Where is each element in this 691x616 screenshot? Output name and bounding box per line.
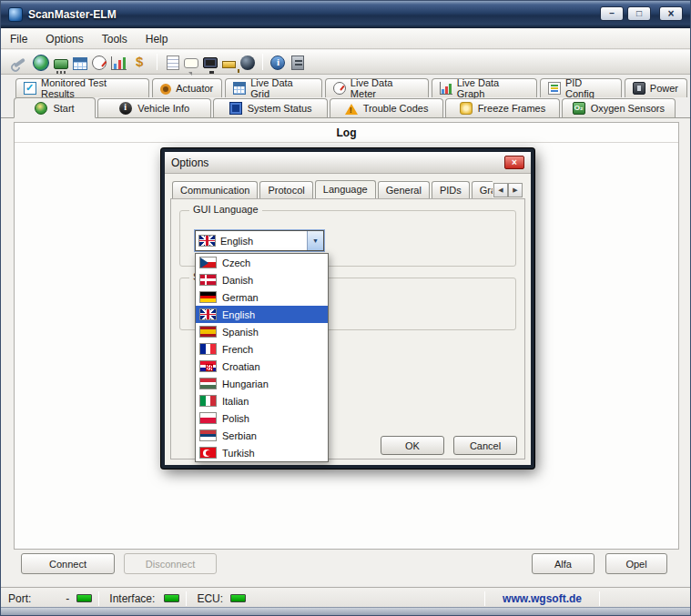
- tab-label: Start: [53, 103, 74, 114]
- pid-config-icon: [548, 82, 561, 95]
- notes-icon[interactable]: [167, 56, 179, 70]
- info-icon[interactable]: [270, 56, 285, 70]
- option-label: Polish: [222, 413, 249, 424]
- combobox-dropdown-button[interactable]: [307, 231, 323, 250]
- website-link[interactable]: www.wgsoft.de: [492, 592, 593, 605]
- flag-croatian-icon: [199, 360, 217, 372]
- tab-power[interactable]: Power: [625, 78, 687, 97]
- currency-icon[interactable]: [131, 53, 149, 71]
- flag-polish-icon: [199, 412, 217, 424]
- opel-button[interactable]: Opel: [605, 553, 667, 574]
- language-option-english-selected[interactable]: English: [196, 306, 328, 323]
- tab-protocol[interactable]: Protocol: [259, 181, 312, 198]
- close-button[interactable]: [659, 6, 683, 21]
- menu-help[interactable]: Help: [137, 30, 178, 48]
- language-option-croatian[interactable]: Croatian: [196, 358, 328, 375]
- interface-led-indicator: [164, 594, 179, 602]
- language-option-czech[interactable]: Czech: [196, 254, 328, 271]
- tab-actuator[interactable]: Actuator: [152, 78, 222, 97]
- option-label: Turkish: [222, 448, 255, 459]
- tab-start[interactable]: Start: [14, 97, 96, 118]
- cancel-button[interactable]: Cancel: [453, 436, 517, 455]
- menu-bar: File Options Tools Help: [1, 29, 690, 49]
- title-bar: ScanMaster-ELM: [1, 1, 690, 28]
- tab-scroll-buttons: [493, 183, 523, 197]
- alfa-button[interactable]: Alfa: [532, 553, 594, 574]
- tab-graph[interactable]: Graph: [472, 181, 493, 198]
- language-option-hungarian[interactable]: Hungarian: [196, 375, 328, 392]
- data-chart-icon[interactable]: [111, 56, 127, 70]
- tab-trouble-codes[interactable]: Trouble Codes: [330, 98, 443, 117]
- ecu-label: ECU:: [197, 592, 223, 605]
- tab-freeze-frames[interactable]: Freeze Frames: [445, 98, 559, 117]
- tab-live-data-meter[interactable]: Live Data Meter: [325, 78, 429, 97]
- ecu-chip-icon[interactable]: [54, 59, 68, 69]
- card-reader-icon[interactable]: [291, 56, 304, 70]
- comment-icon[interactable]: [184, 58, 198, 68]
- menu-options[interactable]: Options: [36, 30, 92, 48]
- disconnect-button[interactable]: Disconnect: [124, 553, 217, 574]
- language-option-german[interactable]: German: [196, 288, 328, 306]
- tab-label: Actuator: [176, 83, 213, 94]
- tab-pids[interactable]: PIDs: [432, 181, 470, 198]
- battery-icon[interactable]: [222, 61, 236, 68]
- globe-icon[interactable]: [33, 55, 49, 71]
- system-status-icon: [229, 102, 242, 115]
- data-meter-icon[interactable]: [92, 56, 107, 70]
- tab-general[interactable]: General: [378, 181, 430, 198]
- flag-serbian-icon: [199, 429, 217, 441]
- maximize-button[interactable]: [627, 6, 651, 21]
- monitor-icon[interactable]: [203, 57, 218, 68]
- gui-language-group-label: GUI Language: [189, 204, 262, 215]
- data-grid-icon[interactable]: [73, 57, 87, 70]
- tab-label: Live Data Graph: [457, 77, 528, 99]
- connect-button[interactable]: Connect: [21, 553, 115, 574]
- dialog-body: Communication Protocol Language General …: [165, 174, 531, 465]
- dialog-tab-strip: Communication Protocol Language General …: [172, 180, 493, 198]
- tab-scroll-right-icon[interactable]: [508, 183, 523, 197]
- language-option-serbian[interactable]: Serbian: [196, 427, 328, 444]
- tab-monitored-test-results[interactable]: Monitored Test Results: [15, 78, 149, 97]
- option-label: Spanish: [222, 327, 259, 338]
- tab-label: PID Config: [565, 77, 613, 99]
- gui-language-combobox[interactable]: English: [195, 230, 324, 251]
- tab-oxygen-sensors[interactable]: Oxygen Sensors: [562, 98, 676, 117]
- tab-label: Oxygen Sensors: [591, 103, 665, 114]
- menu-tools[interactable]: Tools: [93, 30, 137, 48]
- language-option-danish[interactable]: Danish: [196, 271, 328, 288]
- vehicle-info-icon: [119, 102, 132, 115]
- sphere-icon[interactable]: [240, 56, 255, 70]
- tab-live-data-grid[interactable]: Live Data Grid: [225, 78, 322, 97]
- option-label: French: [222, 344, 253, 355]
- tab-scroll-left-icon[interactable]: [493, 183, 508, 197]
- window-bottom-frame: [1, 607, 690, 615]
- ok-button[interactable]: OK: [381, 436, 444, 455]
- graph-icon: [440, 82, 452, 95]
- dialog-close-button[interactable]: [504, 156, 524, 169]
- tab-system-status[interactable]: System Status: [213, 98, 327, 117]
- main-tab-row: Start Vehicle Info System Status Trouble…: [1, 97, 690, 118]
- option-label: German: [222, 292, 259, 303]
- language-option-french[interactable]: French: [196, 340, 328, 358]
- language-option-spanish[interactable]: Spanish: [196, 323, 328, 340]
- language-option-italian[interactable]: Italian: [196, 392, 328, 409]
- option-label: Croatian: [222, 361, 260, 372]
- tab-vehicle-info[interactable]: Vehicle Info: [97, 98, 211, 117]
- tab-language[interactable]: Language: [315, 180, 376, 198]
- tab-pid-config[interactable]: PID Config: [540, 78, 622, 97]
- option-label: Italian: [222, 396, 249, 407]
- flag-german-icon: [199, 291, 217, 303]
- combobox-value: English: [220, 236, 307, 247]
- freeze-frames-icon: [460, 102, 473, 115]
- language-option-turkish[interactable]: Turkish: [196, 444, 328, 461]
- wrench-plug-icon[interactable]: [10, 53, 28, 71]
- language-option-polish[interactable]: Polish: [196, 409, 328, 427]
- oxygen-sensors-icon: [573, 102, 585, 115]
- menu-file[interactable]: File: [1, 30, 36, 48]
- ecu-led-indicator: [230, 594, 246, 602]
- tab-communication[interactable]: Communication: [172, 181, 258, 198]
- tab-live-data-graph[interactable]: Live Data Graph: [432, 78, 537, 97]
- toolbar-separator: [262, 54, 263, 70]
- flag-turkish-icon: [199, 447, 217, 459]
- minimize-button[interactable]: [600, 6, 624, 21]
